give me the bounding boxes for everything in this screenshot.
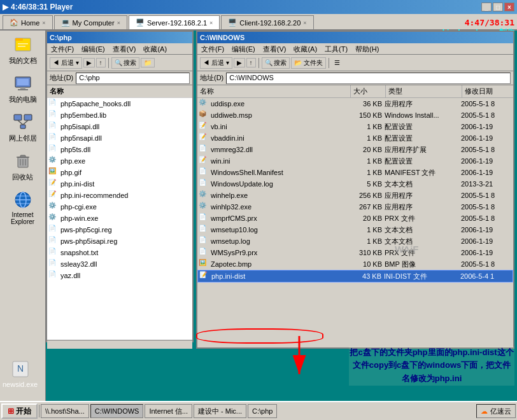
- menu-tools-right[interactable]: 工具(T): [321, 43, 351, 54]
- close-button[interactable]: ×: [504, 3, 514, 11]
- sidebar-item-trash[interactable]: 回收站: [11, 150, 34, 183]
- right-file-row[interactable]: 🖼️Zapotec.bmp10 KBBMP 图像2005-5-1 8: [197, 258, 513, 270]
- desktop-sidebar: 我的文档 我的电脑 网上邻居 回收站 Internet Explorer: [0, 31, 46, 411]
- right-file-row[interactable]: 📝php.ini-dist43 KBINI-DIST 文件2006-5-4 1: [197, 270, 513, 283]
- sidebar-item-ie[interactable]: Internet Explorer: [3, 188, 43, 227]
- sidebar-item-mydocs[interactable]: 我的文档: [8, 33, 38, 67]
- taskbar: ⊞ 开始 \\.host\Sha... C:\WINDOWS Internet …: [0, 401, 517, 420]
- menu-view-right[interactable]: 查看(V): [259, 43, 290, 54]
- left-file-php5apache[interactable]: 📄 php5apache_hooks.dll: [47, 98, 192, 109]
- right-file-row[interactable]: ⚙️uddisp.exe36 KB应用程序2005-5-1 8: [197, 98, 513, 109]
- mycomputer-icon: [13, 73, 33, 94]
- right-file-row[interactable]: 📝vbaddin.ini1 KB配置设置2006-1-19: [197, 132, 513, 144]
- right-addressbar: 地址(D) C:\WINDOWS: [197, 71, 513, 85]
- trash-icon: [13, 151, 33, 171]
- file-icon: 📄: [199, 213, 209, 223]
- right-file-row[interactable]: ⚙️winhlp32.exe267 KB应用程序2005-5-1 8: [197, 201, 513, 213]
- tab-home[interactable]: 🏠 Home ×: [3, 15, 53, 29]
- left-file-phpexe[interactable]: ⚙️ php.exe: [47, 155, 192, 167]
- file-type: 文本文档: [385, 179, 461, 189]
- tab-server[interactable]: 🖥️ Server-192.168.2.1 ×: [129, 15, 220, 29]
- right-file-row[interactable]: 📦uddiweb.msp150 KBWindows Install...2005…: [197, 109, 513, 121]
- left-file-phpinirecommended[interactable]: 📝 php.ini-recommended: [47, 190, 192, 201]
- view-toggle-right[interactable]: ☰: [332, 58, 343, 67]
- left-file-yaz[interactable]: 📄 yaz.dll: [47, 270, 192, 281]
- menu-file-right[interactable]: 文件(F): [197, 43, 228, 54]
- taskbar-btn-php[interactable]: C:\php: [248, 404, 277, 418]
- left-file-php5nsapi[interactable]: 📄 php5nsapi.dll: [47, 132, 192, 144]
- tab-client[interactable]: 🖥️ Client-192.168.2.20 ×: [221, 15, 313, 29]
- left-file-php5isapi[interactable]: 📄 php5isapi.dll: [47, 121, 192, 132]
- minimize-button[interactable]: _: [481, 3, 492, 11]
- folders-button-left[interactable]: 📁: [141, 58, 155, 67]
- file-icon: 📦: [199, 110, 209, 120]
- back-button-right[interactable]: ◀ 后退 ▾: [200, 57, 232, 69]
- svg-line-11: [18, 120, 23, 125]
- menu-fav-left[interactable]: 收藏(A): [139, 43, 171, 54]
- forward-button-right[interactable]: ▶: [234, 58, 245, 67]
- right-file-row[interactable]: 📄wmsetup10.log1 KB文本文档2006-1-19: [197, 224, 513, 235]
- left-file-phpinidist[interactable]: 📝 php.ini-dist: [47, 178, 192, 190]
- forward-button-left[interactable]: ▶: [83, 58, 95, 67]
- left-file-snapshot[interactable]: 📄 snapshot.txt: [47, 247, 192, 258]
- right-file-row[interactable]: 📄wmsetup.log1 KB文本文档2006-1-19: [197, 235, 513, 247]
- right-toolbar: ◀ 后退 ▾ ▶ ↑ 🔍 搜索 📂 文件夹 ☰: [197, 55, 513, 71]
- right-file-row[interactable]: 📝vb.ini1 KB配置设置2006-1-19: [197, 121, 513, 132]
- search-button-right[interactable]: 🔍 搜索: [262, 57, 290, 69]
- right-explorer-title: C:\WINDOWS: [200, 34, 244, 41]
- left-file-phpwin[interactable]: ⚙️ php-win.exe: [47, 213, 192, 224]
- left-scrollbar-h[interactable]: [47, 340, 192, 349]
- address-input-right[interactable]: C:\WINDOWS: [226, 73, 511, 84]
- taskbar-tray: ☁ 亿速云: [476, 404, 516, 418]
- maximize-button[interactable]: □: [493, 3, 503, 11]
- file-name: wmsetup.log: [211, 237, 350, 245]
- back-button-left[interactable]: ◀ 后退 ▾: [50, 57, 82, 69]
- taskbar-btn-ie2[interactable]: 建设中 - Mic...: [194, 404, 246, 418]
- right-file-row[interactable]: ⚙️winhelp.exe256 KB应用程序2005-5-1 8: [197, 190, 513, 201]
- left-file-ssleay[interactable]: 📄 ssleay32.dll: [47, 258, 192, 270]
- right-file-row[interactable]: 📄WindowsUpdate.log5 KB文本文档2013-3-21: [197, 178, 513, 190]
- right-explorer-titlebar: C:\WINDOWS: [197, 32, 513, 43]
- trash-label: 回收站: [12, 172, 33, 182]
- sidebar-item-mycomputer[interactable]: 我的电脑: [8, 72, 38, 106]
- right-file-row[interactable]: 📄wmprfCMS.prx20 KBPRX 文件2005-5-1 8: [197, 213, 513, 224]
- menu-edit-right[interactable]: 编辑(E): [228, 43, 259, 54]
- sidebar-item-network[interactable]: 网上邻居: [8, 111, 38, 144]
- folders-button-right[interactable]: 📂 文件夹: [291, 57, 326, 69]
- right-file-row[interactable]: 📄WindowsShell.Manifest1 KBMANIFEST 文件200…: [197, 167, 513, 178]
- file-type: 应用程序: [385, 99, 461, 109]
- col-header-date[interactable]: 修改日期: [462, 85, 513, 97]
- menu-view-left[interactable]: 查看(V): [109, 43, 140, 54]
- left-file-pwscgi[interactable]: 📄 pws-php5cgi.reg: [47, 224, 192, 235]
- up-button-left[interactable]: ↑: [96, 58, 106, 67]
- address-input-left[interactable]: C:\php: [76, 73, 190, 84]
- taskbar-btn-windows[interactable]: C:\WINDOWS: [90, 404, 144, 418]
- search-button-left[interactable]: 🔍 搜索: [111, 57, 140, 69]
- file-name: vb.ini: [211, 123, 350, 130]
- menu-help-right[interactable]: 帮助(H): [351, 43, 383, 54]
- menu-fav-right[interactable]: 收藏(A): [290, 43, 321, 54]
- col-header-size[interactable]: 大小: [351, 85, 386, 97]
- right-file-list: 名称 大小 类型 修改日期 ⚙️uddisp.exe36 KB应用程序2005-…: [197, 85, 513, 346]
- right-file-row[interactable]: 📄vmmreg32.dll20 KB应用程序扩展2005-5-1 8: [197, 144, 513, 155]
- start-button[interactable]: ⊞ 开始: [1, 403, 38, 419]
- taskbar-btn-share[interactable]: \\.host\Sha...: [41, 404, 89, 418]
- taskbar-btn-ie[interactable]: Internet 信...: [145, 404, 192, 418]
- menu-edit-left[interactable]: 编辑(E): [78, 43, 109, 54]
- tab-mycomputer[interactable]: 💻 My Computer ×: [54, 15, 127, 29]
- menu-file-left[interactable]: 文件(F): [47, 43, 78, 54]
- col-header-name[interactable]: 名称: [197, 85, 351, 97]
- file-size: 1 KB: [350, 134, 385, 142]
- left-file-pwsisapi[interactable]: 📄 pws-php5isapi.reg: [47, 235, 192, 247]
- file-type: BMP 图像: [385, 260, 461, 269]
- left-file-php5embed[interactable]: 📄 php5embed.lib: [47, 109, 192, 121]
- up-button-right[interactable]: ↑: [246, 58, 256, 67]
- file-icon: 🖼️: [199, 259, 209, 269]
- left-file-phpcgi[interactable]: ⚙️ php-cgi.exe: [47, 201, 192, 213]
- col-header-type[interactable]: 类型: [386, 85, 462, 97]
- left-file-phpgif[interactable]: 🖼️ php.gif: [47, 167, 192, 178]
- left-file-php5ts[interactable]: 📄 php5ts.dll: [47, 144, 192, 155]
- newsid-item[interactable]: N newsid.exe: [3, 359, 38, 388]
- right-file-row[interactable]: 📄WMSysPr9.prx310 KBPRX 文件2006-1-19: [197, 247, 513, 258]
- right-file-row[interactable]: 📝win.ini1 KB配置设置2006-1-19: [197, 155, 513, 167]
